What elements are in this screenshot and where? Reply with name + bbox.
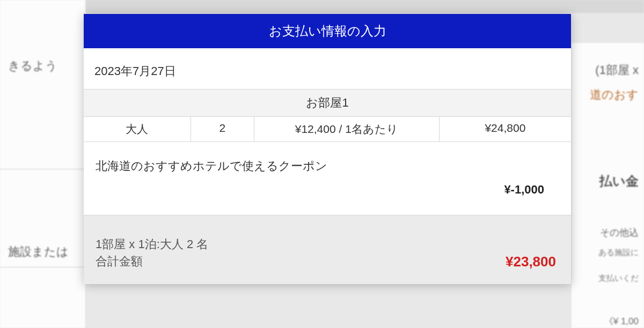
- summary-line-1: 1部屋 x 1泊:大人 2 名: [96, 236, 208, 253]
- total-section: 1部屋 x 1泊:大人 2 名 合計金額 ¥23,800: [84, 215, 571, 284]
- coupon-section: 北海道のおすすめホテルで使えるクーポン ¥-1,000: [84, 142, 571, 215]
- summary-line-2: 合計金額: [96, 253, 208, 270]
- bg-right-text: (1部屋 x: [595, 62, 639, 78]
- bg-left-text: きるよう: [8, 58, 57, 74]
- total-summary: 1部屋 x 1泊:大人 2 名 合計金額: [96, 236, 208, 270]
- bg-left-divider: [0, 267, 86, 267]
- bg-right-text: 払い金: [599, 173, 639, 190]
- payment-info-modal: お支払い情報の入力 2023年7月27日 お部屋1 大人 2 ¥12,400 /…: [84, 14, 571, 284]
- price-row: 大人 2 ¥12,400 / 1名あたり ¥24,800: [84, 117, 571, 142]
- bg-left-text: 施設または: [8, 244, 69, 260]
- bg-left-panel: きるよう 施設または: [0, 0, 86, 328]
- bg-left-divider: [0, 169, 86, 169]
- modal-title: お支払い情報の入力: [84, 14, 571, 48]
- guest-type-cell: 大人: [84, 117, 191, 141]
- modal-body: 2023年7月27日 お部屋1 大人 2 ¥12,400 / 1名あたり ¥24…: [84, 48, 571, 284]
- coupon-name: 北海道のおすすめホテルで使えるクーポン: [96, 158, 559, 174]
- bg-right-text: その他込: [600, 226, 639, 239]
- bg-right-panel: (1部屋 x 道のおす 払い金 その他込 ある施設に 支払いくだ 《¥ 1,00: [572, 43, 644, 328]
- total-amount: ¥23,800: [506, 254, 556, 270]
- unit-price-cell: ¥12,400 / 1名あたり: [254, 117, 440, 141]
- subtotal-cell: ¥24,800: [440, 117, 571, 141]
- bg-right-text: ある施設に: [598, 248, 639, 258]
- bg-right-text: 支払いくだ: [598, 273, 639, 284]
- stay-date: 2023年7月27日: [84, 48, 571, 89]
- bg-right-text: 《¥ 1,00: [604, 315, 639, 327]
- guest-qty-cell: 2: [191, 117, 254, 141]
- bg-right-text: 道のおす: [590, 87, 639, 103]
- bg-top-bar: [0, 0, 644, 13]
- coupon-amount: ¥-1,000: [96, 174, 559, 210]
- room-header: お部屋1: [84, 89, 571, 117]
